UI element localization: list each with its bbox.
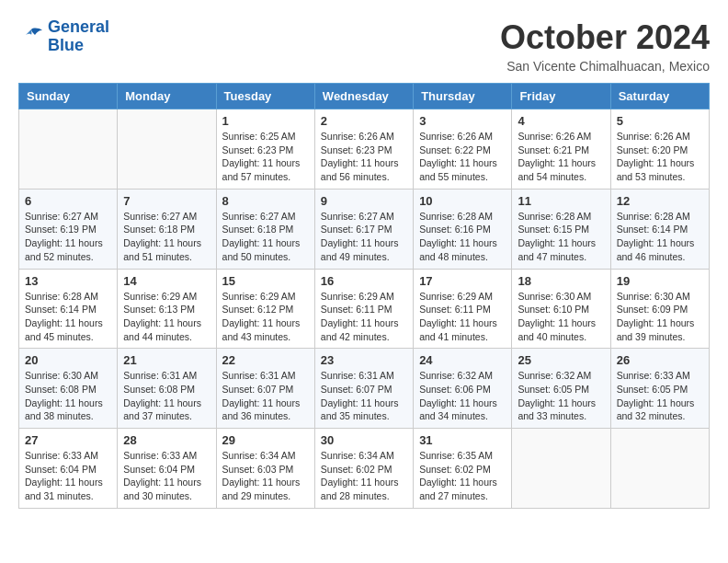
- day-number: 28: [123, 433, 210, 447]
- day-info: Sunrise: 6:30 AMSunset: 6:08 PMDaylight:…: [25, 369, 111, 423]
- weekday-header-friday: Friday: [512, 84, 610, 109]
- day-number: 7: [123, 194, 210, 208]
- day-info: Sunrise: 6:33 AMSunset: 6:05 PMDaylight:…: [617, 369, 703, 423]
- day-info: Sunrise: 6:26 AMSunset: 6:22 PMDaylight:…: [419, 130, 506, 184]
- day-info: Sunrise: 6:26 AMSunset: 6:20 PMDaylight:…: [617, 130, 703, 184]
- calendar-cell: 22Sunrise: 6:31 AMSunset: 6:07 PMDayligh…: [216, 349, 314, 429]
- day-number: 25: [518, 353, 604, 367]
- day-number: 13: [25, 274, 111, 288]
- calendar-cell: [118, 109, 216, 190]
- calendar-cell: 26Sunrise: 6:33 AMSunset: 6:05 PMDayligh…: [610, 349, 709, 429]
- day-info: Sunrise: 6:33 AMSunset: 6:04 PMDaylight:…: [123, 449, 210, 503]
- calendar-cell: 3Sunrise: 6:26 AMSunset: 6:22 PMDaylight…: [414, 109, 512, 190]
- calendar-cell: 19Sunrise: 6:30 AMSunset: 6:09 PMDayligh…: [610, 269, 709, 349]
- day-info: Sunrise: 6:30 AMSunset: 6:10 PMDaylight:…: [518, 290, 604, 344]
- day-number: 5: [617, 114, 703, 128]
- day-number: 24: [419, 353, 506, 367]
- week-row-2: 6Sunrise: 6:27 AMSunset: 6:19 PMDaylight…: [19, 189, 710, 269]
- calendar-cell: 7Sunrise: 6:27 AMSunset: 6:18 PMDaylight…: [118, 189, 216, 269]
- calendar-table: SundayMondayTuesdayWednesdayThursdayFrid…: [18, 83, 710, 509]
- weekday-header-sunday: Sunday: [19, 84, 118, 109]
- day-number: 10: [419, 194, 506, 208]
- weekday-header-monday: Monday: [118, 84, 216, 109]
- calendar-cell: 31Sunrise: 6:35 AMSunset: 6:02 PMDayligh…: [414, 429, 512, 509]
- weekday-header-thursday: Thursday: [414, 84, 512, 109]
- weekday-header-wednesday: Wednesday: [314, 84, 413, 109]
- week-row-5: 27Sunrise: 6:33 AMSunset: 6:04 PMDayligh…: [19, 429, 710, 509]
- calendar-cell: [610, 429, 709, 509]
- calendar-cell: 9Sunrise: 6:27 AMSunset: 6:17 PMDaylight…: [314, 189, 413, 269]
- week-row-4: 20Sunrise: 6:30 AMSunset: 6:08 PMDayligh…: [19, 349, 710, 429]
- day-info: Sunrise: 6:25 AMSunset: 6:23 PMDaylight:…: [222, 130, 309, 184]
- day-info: Sunrise: 6:28 AMSunset: 6:14 PMDaylight:…: [25, 290, 111, 344]
- day-number: 27: [25, 433, 111, 447]
- calendar-cell: 10Sunrise: 6:28 AMSunset: 6:16 PMDayligh…: [414, 189, 512, 269]
- week-row-1: 1Sunrise: 6:25 AMSunset: 6:23 PMDaylight…: [19, 109, 710, 190]
- day-info: Sunrise: 6:27 AMSunset: 6:18 PMDaylight:…: [123, 210, 210, 264]
- day-info: Sunrise: 6:26 AMSunset: 6:21 PMDaylight:…: [518, 130, 604, 184]
- day-number: 2: [321, 114, 407, 128]
- day-info: Sunrise: 6:28 AMSunset: 6:15 PMDaylight:…: [518, 210, 604, 264]
- day-number: 11: [518, 194, 604, 208]
- day-number: 15: [222, 274, 309, 288]
- day-info: Sunrise: 6:27 AMSunset: 6:19 PMDaylight:…: [25, 210, 111, 264]
- day-info: Sunrise: 6:34 AMSunset: 6:03 PMDaylight:…: [222, 449, 309, 503]
- calendar-cell: 12Sunrise: 6:28 AMSunset: 6:14 PMDayligh…: [610, 189, 709, 269]
- calendar-cell: 28Sunrise: 6:33 AMSunset: 6:04 PMDayligh…: [118, 429, 216, 509]
- day-info: Sunrise: 6:28 AMSunset: 6:14 PMDaylight:…: [617, 210, 703, 264]
- day-number: 1: [222, 114, 309, 128]
- calendar-title: October 2024: [500, 18, 710, 57]
- calendar-subtitle: San Vicente Chimalhuacan, Mexico: [500, 59, 710, 74]
- day-info: Sunrise: 6:29 AMSunset: 6:12 PMDaylight:…: [222, 290, 309, 344]
- calendar-cell: 11Sunrise: 6:28 AMSunset: 6:15 PMDayligh…: [512, 189, 610, 269]
- calendar-cell: 8Sunrise: 6:27 AMSunset: 6:18 PMDaylight…: [216, 189, 314, 269]
- calendar-cell: 1Sunrise: 6:25 AMSunset: 6:23 PMDaylight…: [216, 109, 314, 190]
- calendar-cell: 17Sunrise: 6:29 AMSunset: 6:11 PMDayligh…: [414, 269, 512, 349]
- calendar-cell: 21Sunrise: 6:31 AMSunset: 6:08 PMDayligh…: [118, 349, 216, 429]
- day-info: Sunrise: 6:29 AMSunset: 6:11 PMDaylight:…: [321, 290, 407, 344]
- calendar-cell: 30Sunrise: 6:34 AMSunset: 6:02 PMDayligh…: [314, 429, 413, 509]
- calendar-cell: 20Sunrise: 6:30 AMSunset: 6:08 PMDayligh…: [19, 349, 118, 429]
- calendar-cell: 4Sunrise: 6:26 AMSunset: 6:21 PMDaylight…: [512, 109, 610, 190]
- weekday-header-tuesday: Tuesday: [216, 84, 314, 109]
- day-number: 21: [123, 353, 210, 367]
- day-info: Sunrise: 6:35 AMSunset: 6:02 PMDaylight:…: [419, 449, 506, 503]
- calendar-cell: 14Sunrise: 6:29 AMSunset: 6:13 PMDayligh…: [118, 269, 216, 349]
- calendar-cell: 25Sunrise: 6:32 AMSunset: 6:05 PMDayligh…: [512, 349, 610, 429]
- day-number: 3: [419, 114, 506, 128]
- calendar-cell: 6Sunrise: 6:27 AMSunset: 6:19 PMDaylight…: [19, 189, 118, 269]
- day-number: 9: [321, 194, 407, 208]
- title-block: October 2024 San Vicente Chimalhuacan, M…: [500, 18, 710, 74]
- weekday-header-saturday: Saturday: [610, 84, 709, 109]
- day-number: 14: [123, 274, 210, 288]
- day-number: 30: [321, 433, 407, 447]
- day-number: 12: [617, 194, 703, 208]
- day-info: Sunrise: 6:29 AMSunset: 6:13 PMDaylight:…: [123, 290, 210, 344]
- day-number: 20: [25, 353, 111, 367]
- calendar-cell: [19, 109, 118, 190]
- day-number: 16: [321, 274, 407, 288]
- day-info: Sunrise: 6:26 AMSunset: 6:23 PMDaylight:…: [321, 130, 407, 184]
- day-number: 18: [518, 274, 604, 288]
- day-info: Sunrise: 6:28 AMSunset: 6:16 PMDaylight:…: [419, 210, 506, 264]
- day-info: Sunrise: 6:27 AMSunset: 6:18 PMDaylight:…: [222, 210, 309, 264]
- calendar-cell: 13Sunrise: 6:28 AMSunset: 6:14 PMDayligh…: [19, 269, 118, 349]
- weekday-header-row: SundayMondayTuesdayWednesdayThursdayFrid…: [19, 84, 710, 109]
- day-info: Sunrise: 6:31 AMSunset: 6:07 PMDaylight:…: [222, 369, 309, 423]
- calendar-cell: 5Sunrise: 6:26 AMSunset: 6:20 PMDaylight…: [610, 109, 709, 190]
- logo: General Blue: [18, 18, 109, 55]
- day-number: 29: [222, 433, 309, 447]
- logo-icon: [18, 26, 44, 48]
- day-info: Sunrise: 6:31 AMSunset: 6:07 PMDaylight:…: [321, 369, 407, 423]
- logo-text: General Blue: [48, 18, 109, 55]
- calendar-cell: 15Sunrise: 6:29 AMSunset: 6:12 PMDayligh…: [216, 269, 314, 349]
- calendar-cell: 18Sunrise: 6:30 AMSunset: 6:10 PMDayligh…: [512, 269, 610, 349]
- day-number: 26: [617, 353, 703, 367]
- calendar-cell: 16Sunrise: 6:29 AMSunset: 6:11 PMDayligh…: [314, 269, 413, 349]
- day-number: 22: [222, 353, 309, 367]
- day-info: Sunrise: 6:27 AMSunset: 6:17 PMDaylight:…: [321, 210, 407, 264]
- day-info: Sunrise: 6:32 AMSunset: 6:05 PMDaylight:…: [518, 369, 604, 423]
- calendar-cell: 24Sunrise: 6:32 AMSunset: 6:06 PMDayligh…: [414, 349, 512, 429]
- day-info: Sunrise: 6:33 AMSunset: 6:04 PMDaylight:…: [25, 449, 111, 503]
- day-number: 23: [321, 353, 407, 367]
